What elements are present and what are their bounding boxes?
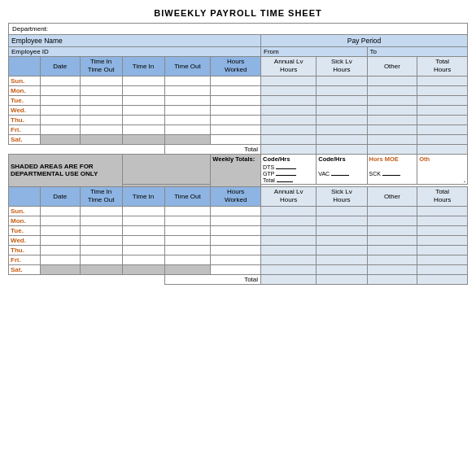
col-other-w2: Other (367, 186, 417, 206)
weekly-totals-label: Weekly Totals: (212, 155, 255, 163)
table-row: Tue. (9, 225, 468, 235)
col-total-hours: TotalHours (434, 58, 451, 73)
employee-name-label: Employee Name (11, 37, 63, 45)
col-total-w2: TotalHours (434, 188, 451, 203)
table-row: Tue. (9, 95, 468, 105)
pay-period-label: Pay Period (347, 37, 382, 45)
employee-id-label: Employee ID (11, 48, 49, 55)
table-row: Sat. (9, 134, 468, 144)
col-time-out2: Time Out (164, 57, 211, 76)
to-label: To (370, 48, 377, 55)
col-hours-w2: HoursWorked (225, 188, 247, 203)
col-time-out: Time Out (88, 66, 115, 73)
col-timeout2-w2: Time Out (164, 186, 211, 206)
col-timein2-w2: Time In (122, 186, 164, 206)
table-row: Thu. (9, 245, 468, 255)
table-row: Mon. (9, 216, 468, 225)
page-title: BIWEEKLY PAYROLL TIME SHEET (8, 8, 468, 18)
col-date: Date (40, 57, 80, 76)
table-row: Thu. (9, 115, 468, 124)
table-row: Wed. (9, 235, 468, 245)
col-hours-worked: HoursWorked (225, 58, 247, 73)
table-row: Sun. (9, 206, 468, 216)
from-label: From (264, 48, 279, 55)
department-label: Department: (12, 25, 48, 33)
col-annual-lv: Annual LvHours (274, 58, 304, 73)
total-row-week2: Total (9, 274, 468, 284)
shaded-totals-row: SHADED AREAS ARE FOR DEPARTMENTAL USE ON… (9, 154, 468, 184)
table-row: Sun. (9, 76, 468, 85)
shaded-note-text: SHADED AREAS ARE FOR DEPARTMENTAL USE ON… (11, 163, 98, 177)
col-timein-w2: Time InTime Out (88, 188, 115, 203)
col-date-w2: Date (40, 186, 80, 206)
col-annual-w2: Annual LvHours (274, 188, 304, 203)
col-sick-w2: Sick LvHours (331, 188, 352, 203)
table-row: Sat. (9, 264, 468, 274)
col-time-in2: Time In (122, 57, 164, 76)
table-row: Fri. (9, 255, 468, 264)
table-row: Fri. (9, 124, 468, 134)
col-sick-lv: Sick LvHours (331, 58, 352, 73)
table-row: Wed. (9, 105, 468, 115)
total-label-w1: Total (244, 146, 258, 153)
col-other: Other (384, 63, 400, 70)
table-row: Mon. (9, 85, 468, 95)
total-label-w2: Total (244, 276, 258, 283)
total-row-week1: Total (9, 144, 468, 154)
col-time-in: Time In (90, 58, 111, 65)
